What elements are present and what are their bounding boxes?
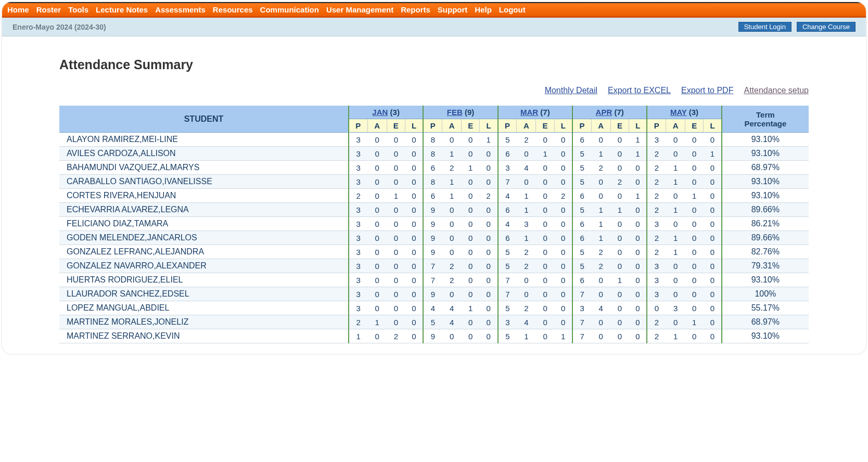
- cell: 0: [629, 161, 647, 175]
- change-course-button[interactable]: Change Course: [797, 22, 856, 32]
- nav-logout[interactable]: Logout: [499, 5, 526, 14]
- student-name[interactable]: LLAURADOR SANCHEZ,EDSEL: [59, 287, 349, 301]
- cell: 7: [572, 315, 591, 329]
- cell: 0: [480, 329, 498, 343]
- cell: 4: [442, 315, 462, 329]
- student-name[interactable]: BAHAMUNDI VAZQUEZ,ALMARYS: [59, 161, 349, 175]
- cell: 0: [462, 273, 480, 287]
- student-name[interactable]: MARTINEZ MORALES,JONELIZ: [59, 315, 349, 329]
- cell: 0: [704, 301, 722, 315]
- cell: 9: [423, 329, 442, 343]
- student-name[interactable]: GONZALEZ NAVARRO,ALEXANDER: [59, 259, 349, 273]
- cell: 0: [536, 217, 554, 231]
- cell: 2: [647, 175, 666, 189]
- pael-header: L: [704, 119, 722, 133]
- term-percentage: 93.10%: [722, 273, 809, 287]
- student-name[interactable]: LOPEZ MANGUAL,ABDIEL: [59, 301, 349, 315]
- cell: 0: [685, 133, 704, 147]
- cell: 0: [480, 273, 498, 287]
- cell: 0: [554, 133, 572, 147]
- term-percentage: 93.10%: [722, 147, 809, 161]
- cell: 0: [405, 287, 424, 301]
- cell: 0: [610, 315, 629, 329]
- month-header-may[interactable]: MAY (3): [647, 106, 721, 119]
- cell: 1: [610, 203, 629, 217]
- cell: 1: [704, 147, 722, 161]
- cell: 0: [442, 203, 462, 217]
- attendance-setup-link[interactable]: Attendance setup: [744, 86, 809, 95]
- table-row: AVILES CARDOZA,ALLISON300081006010510120…: [59, 147, 809, 161]
- nav-help[interactable]: Help: [475, 5, 492, 14]
- month-header-feb[interactable]: FEB (9): [423, 106, 497, 119]
- cell: 0: [629, 217, 647, 231]
- cell: 0: [462, 329, 480, 343]
- student-name[interactable]: CORTES RIVERA,HENJUAN: [59, 189, 349, 203]
- nav-communication[interactable]: Communication: [260, 5, 319, 14]
- pael-header: E: [536, 119, 554, 133]
- cell: 0: [536, 329, 554, 343]
- cell: 5: [572, 259, 591, 273]
- cell: 0: [442, 245, 462, 259]
- cell: 0: [591, 189, 610, 203]
- export-pdf-link[interactable]: Export to PDF: [681, 86, 733, 95]
- student-name[interactable]: HUERTAS RODRIGUEZ,ELIEL: [59, 273, 349, 287]
- cell: 0: [685, 147, 704, 161]
- nav-home[interactable]: Home: [7, 5, 29, 14]
- cell: 2: [647, 189, 666, 203]
- nav-reports[interactable]: Reports: [401, 5, 430, 14]
- pael-header: A: [442, 119, 462, 133]
- month-header-jan[interactable]: JAN (3): [349, 106, 423, 119]
- student-name[interactable]: AVILES CARDOZA,ALLISON: [59, 147, 349, 161]
- cell: 0: [610, 147, 629, 161]
- pael-header: E: [685, 119, 704, 133]
- nav-resources[interactable]: Resources: [213, 5, 253, 14]
- cell: 1: [591, 203, 610, 217]
- export-excel-link[interactable]: Export to EXCEL: [608, 86, 671, 95]
- nav-tools[interactable]: Tools: [68, 5, 88, 14]
- cell: 0: [685, 245, 704, 259]
- month-header-mar[interactable]: MAR (7): [498, 106, 572, 119]
- student-name[interactable]: MARTINEZ SERRANO,KEVIN: [59, 329, 349, 343]
- cell: 0: [367, 147, 387, 161]
- sub-bar: Enero-Mayo 2024 (2024-30) Student Login …: [2, 18, 866, 36]
- cell: 1: [367, 315, 387, 329]
- cell: 0: [367, 217, 387, 231]
- cell: 0: [536, 161, 554, 175]
- monthly-detail-link[interactable]: Monthly Detail: [545, 86, 597, 95]
- cell: 0: [367, 231, 387, 245]
- cell: 0: [387, 259, 405, 273]
- cell: 0: [704, 245, 722, 259]
- student-name[interactable]: ECHEVARRIA ALVAREZ,LEGNA: [59, 203, 349, 217]
- cell: 0: [480, 315, 498, 329]
- cell: 3: [647, 259, 666, 273]
- nav-support[interactable]: Support: [438, 5, 468, 14]
- student-name[interactable]: GODEN MELENDEZ,JANCARLOS: [59, 231, 349, 245]
- cell: 3: [349, 245, 367, 259]
- month-header-apr[interactable]: APR (7): [572, 106, 647, 119]
- cell: 1: [517, 231, 536, 245]
- table-row: GODEN MELENDEZ,JANCARLOS3000900061006100…: [59, 231, 809, 245]
- nav-roster[interactable]: Roster: [36, 5, 61, 14]
- student-name[interactable]: GONZALEZ LEFRANC,ALEJANDRA: [59, 245, 349, 259]
- cell: 2: [349, 189, 367, 203]
- cell: 3: [349, 175, 367, 189]
- cell: 0: [629, 315, 647, 329]
- student-name[interactable]: FELICIANO DIAZ,TAMARA: [59, 217, 349, 231]
- cell: 0: [629, 329, 647, 343]
- cell: 9: [423, 217, 442, 231]
- cell: 0: [704, 315, 722, 329]
- student-name[interactable]: ALAYON RAMIREZ,MEI-LINE: [59, 133, 349, 147]
- nav-user-management[interactable]: User Management: [326, 5, 393, 14]
- cell: 2: [442, 273, 462, 287]
- student-login-button[interactable]: Student Login: [738, 22, 792, 32]
- nav-assessments[interactable]: Assessments: [155, 5, 206, 14]
- cell: 0: [610, 161, 629, 175]
- cell: 0: [387, 161, 405, 175]
- top-nav: HomeRosterToolsLecture NotesAssessmentsR…: [2, 2, 866, 18]
- cell: 0: [462, 133, 480, 147]
- term-percentage: 93.10%: [722, 133, 809, 147]
- cell: 0: [704, 133, 722, 147]
- student-name[interactable]: CARABALLO SANTIAGO,IVANELISSE: [59, 175, 349, 189]
- nav-lecture-notes[interactable]: Lecture Notes: [96, 5, 148, 14]
- cell: 0: [405, 189, 424, 203]
